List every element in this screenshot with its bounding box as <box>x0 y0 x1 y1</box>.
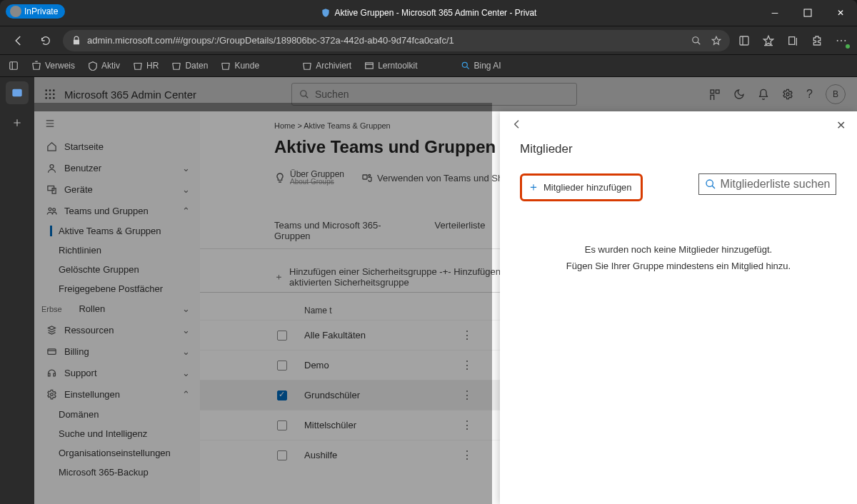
fav-label: Aktiv <box>101 61 120 71</box>
search-placeholder: Mitgliederliste suchen <box>721 178 831 191</box>
nav-back-button[interactable] <box>9 31 29 51</box>
flyout-close-button[interactable]: ✕ <box>836 119 846 132</box>
window-minimize-button[interactable]: ─ <box>758 0 791 26</box>
fav-label: Kunde <box>234 61 259 71</box>
svg-rect-0 <box>804 9 811 16</box>
chevron-down-icon: ⌄ <box>182 346 190 357</box>
row-checkbox[interactable] <box>277 450 287 460</box>
chevron-up-icon: ⌃ <box>182 389 190 400</box>
nav-sub-label: Domänen <box>59 409 99 420</box>
lightbulb-icon <box>274 172 286 183</box>
nav-resources[interactable]: Ressourcen⌄ <box>34 319 200 341</box>
nav-label: Einstellungen <box>64 389 120 400</box>
nav-devices[interactable]: Geräte⌄ <box>34 178 200 200</box>
fav-label: Bing AI <box>474 61 501 71</box>
nav-label: Ressourcen <box>64 325 114 336</box>
flyout-back-button[interactable] <box>511 119 523 132</box>
more-icon[interactable]: ⋮ <box>461 358 473 372</box>
tab-teams-365[interactable]: Teams und Microsoft 365-Gruppen <box>274 220 416 248</box>
fav-item[interactable]: HR <box>133 61 159 71</box>
tab-actions-icon[interactable] <box>737 34 751 47</box>
group-name: Aushilfe <box>304 450 461 460</box>
more-icon[interactable]: ⋮ <box>461 388 473 402</box>
nav-sub-label: Gelöschte Gruppen <box>59 264 139 275</box>
people-icon <box>46 205 57 216</box>
window-maximize-button[interactable] <box>791 0 824 26</box>
svg-point-30 <box>369 174 371 176</box>
search-members-input[interactable]: Mitgliederliste suchen <box>698 173 837 195</box>
more-icon[interactable]: ⋮ <box>461 418 473 432</box>
svg-point-1 <box>693 36 698 42</box>
url-input[interactable]: admin.microsoft.com/#/groups/:/GroupDeta… <box>63 30 730 51</box>
window-title: Aktive Gruppen - Microsoft 365 Admin Cen… <box>321 8 537 18</box>
nav-shared-mailboxes[interactable]: Freigegebene Postfächer <box>34 279 200 298</box>
nav-support[interactable]: Support⌄ <box>34 362 200 383</box>
fav-item[interactable]: Aktiv <box>88 61 120 71</box>
left-navigation: Startseite Benutzer⌄ Geräte⌄ Teams und G… <box>34 111 200 504</box>
svg-rect-29 <box>363 175 367 179</box>
plus-icon: ＋ <box>274 271 284 283</box>
tab-label: Verteilerliste <box>435 220 486 231</box>
fav-item[interactable]: Daten <box>171 61 208 71</box>
nav-m365-backup[interactable]: Microsoft 365-Backup <box>34 463 200 482</box>
extensions-icon[interactable] <box>810 34 824 47</box>
row-checkbox[interactable] <box>277 361 287 371</box>
row-checkbox[interactable] <box>277 331 287 341</box>
url-text: admin.microsoft.com/#/groups/:/GroupDeta… <box>87 35 454 46</box>
nav-roles[interactable]: Erbse Erbse RollenRollen⌄ <box>34 298 200 319</box>
add-members-button[interactable]: ＋ Mitglieder hinzufügen <box>520 173 643 201</box>
nav-teams-groups[interactable]: Teams und Gruppen⌃ <box>34 200 200 221</box>
row-checkbox[interactable] <box>277 420 287 430</box>
nav-label: Billing <box>64 346 89 357</box>
svg-rect-3 <box>789 36 795 44</box>
group-name: Grundschüler <box>304 390 461 400</box>
collections-icon[interactable] <box>786 34 800 47</box>
window-close-button[interactable]: ✕ <box>824 0 857 26</box>
nav-policies[interactable]: Richtlinien <box>34 241 200 260</box>
about-groups-link[interactable]: Über Gruppen About Groups <box>274 170 344 186</box>
row-checkbox[interactable] <box>277 390 287 400</box>
empty-line-2: Fügen Sie Ihrer Gruppe mindestens ein Mi… <box>500 258 857 274</box>
group-name: Mittelschüler <box>304 420 461 430</box>
nav-org-settings[interactable]: Organisationseinstellungen <box>34 443 200 463</box>
devices-icon <box>46 183 57 195</box>
nav-billing[interactable]: Billing⌄ <box>34 341 200 362</box>
svg-rect-7 <box>12 89 21 97</box>
more-icon[interactable]: ⋮ <box>461 328 473 342</box>
nav-deleted-groups[interactable]: Gelöschte Gruppen <box>34 260 200 279</box>
more-icon[interactable]: ⋮ <box>461 448 473 462</box>
fav-item[interactable]: Kunde <box>221 61 259 71</box>
col-name[interactable]: Name t <box>304 306 504 316</box>
address-bar: admin.microsoft.com/#/groups/:/GroupDeta… <box>0 26 857 54</box>
fav-label: HR <box>146 61 159 71</box>
overflow-menu-button[interactable]: ⋯ <box>834 34 848 47</box>
svg-point-6 <box>462 62 467 67</box>
browser-side-rail <box>0 77 34 504</box>
favorites-icon[interactable] <box>761 34 776 47</box>
svg-rect-4 <box>10 62 18 70</box>
personal-vertical-tabs-button[interactable] <box>9 61 19 71</box>
fav-item[interactable]: Lerntoolkit <box>364 61 417 71</box>
sidebar-app-icon[interactable] <box>6 81 29 104</box>
browser-title-bar: InPrivate Aktive Gruppen - Microsoft 365… <box>0 0 857 26</box>
zoom-url-icon[interactable] <box>691 36 701 46</box>
add-members-label: Mitglieder hinzufügen <box>543 182 632 193</box>
fav-item-bing[interactable]: Bing AI <box>461 61 501 71</box>
tab-distribution[interactable]: Verteilerliste <box>435 220 486 248</box>
fav-item[interactable]: Verweis <box>31 61 75 71</box>
sidebar-add-button[interactable] <box>6 111 29 134</box>
user-icon <box>46 162 57 173</box>
nav-home[interactable]: Startseite <box>34 136 200 157</box>
nav-refresh-button[interactable] <box>36 31 56 51</box>
nav-domains[interactable]: Domänen <box>34 405 200 424</box>
nav-label: Benutzer <box>64 163 101 173</box>
favorite-star-icon[interactable] <box>711 36 721 46</box>
fav-item[interactable]: Archiviert <box>302 61 351 71</box>
nav-settings[interactable]: Einstellungen⌃ <box>34 383 200 405</box>
nav-label: Teams und Gruppen <box>64 206 149 216</box>
nav-collapse-button[interactable] <box>34 111 200 136</box>
nav-active-teams-groups[interactable]: Aktive Teams & Gruppen <box>34 221 200 241</box>
nav-users[interactable]: Benutzer⌄ <box>34 157 200 178</box>
nav-search-intel[interactable]: Suche und Intelligenz <box>34 424 200 443</box>
svg-point-22 <box>50 164 54 168</box>
